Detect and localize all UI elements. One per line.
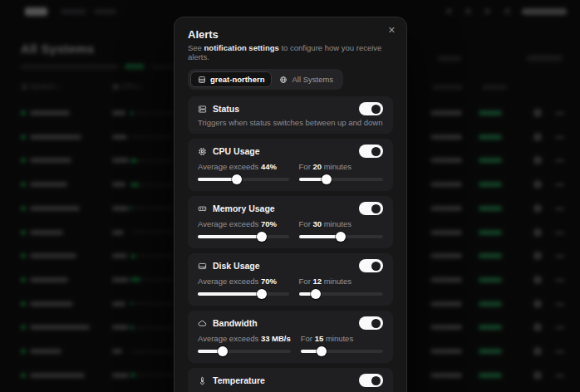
- disk-icon: [198, 262, 207, 271]
- duration-label: For 20 minutes: [299, 162, 383, 171]
- status-toggle[interactable]: [359, 102, 383, 115]
- toggle-knob: [371, 376, 381, 385]
- toggle-knob: [371, 262, 381, 271]
- slider-handle[interactable]: [322, 174, 332, 184]
- modal-title: Alerts: [188, 28, 393, 41]
- slider-handle[interactable]: [336, 232, 346, 242]
- slider-handle[interactable]: [311, 289, 321, 299]
- scope-tabs: great-northern All Systems: [188, 69, 343, 90]
- cloud-icon: [198, 319, 207, 328]
- alert-card-disk: Disk Usage Average exceeds 70% For 12 mi…: [188, 253, 393, 306]
- toggle-knob: [371, 204, 381, 213]
- modal-subtitle: See notification settings to configure h…: [188, 43, 393, 61]
- disk-toggle[interactable]: [359, 259, 383, 272]
- disk-duration-slider[interactable]: [299, 288, 383, 299]
- close-icon[interactable]: ✕: [388, 26, 396, 35]
- server-icon: [198, 76, 206, 84]
- disk-threshold-slider[interactable]: [198, 288, 289, 299]
- alert-title: Memory Usage: [213, 203, 275, 213]
- tab-label: great-northern: [210, 75, 264, 84]
- slider-handle[interactable]: [317, 346, 327, 356]
- toggle-knob: [371, 319, 381, 328]
- duration-label: For 12 minutes: [299, 277, 383, 286]
- alert-title: Disk Usage: [213, 261, 260, 271]
- memory-threshold-slider[interactable]: [198, 231, 289, 242]
- alert-title: Status: [213, 104, 239, 114]
- thermometer-icon: [198, 376, 207, 385]
- threshold-label: Average exceeds 44%: [198, 162, 289, 171]
- duration-label: For 15 minutes: [301, 334, 383, 343]
- tab-great-northern[interactable]: great-northern: [190, 71, 272, 87]
- alert-card-status: Status Triggers when status switches bet…: [188, 96, 393, 134]
- server-stack-icon: [198, 105, 207, 114]
- alert-card-cpu: CPU Usage Average exceeds 44% For 20 min…: [188, 139, 393, 191]
- alert-card-memory: Memory Usage Average exceeds 70% For 30 …: [188, 196, 393, 248]
- bandwidth-toggle[interactable]: [359, 316, 383, 330]
- memory-duration-slider[interactable]: [299, 231, 383, 242]
- slider-handle[interactable]: [257, 289, 267, 299]
- app-window: All Systems ▤ System ↕ ▣ CPU ↕ ✕ Alerts …: [0, 0, 580, 392]
- slider-handle[interactable]: [218, 346, 228, 356]
- subtitle-text: See: [188, 43, 204, 52]
- bandwidth-threshold-slider[interactable]: [198, 345, 291, 356]
- cpu-icon: [198, 147, 207, 156]
- slider-handle[interactable]: [232, 174, 242, 184]
- threshold-label: Average exceeds 70%: [198, 277, 289, 286]
- alert-title: CPU Usage: [213, 146, 260, 156]
- cpu-toggle[interactable]: [359, 145, 383, 158]
- duration-label: For 30 minutes: [299, 219, 383, 228]
- bandwidth-duration-slider[interactable]: [301, 345, 383, 356]
- alert-title: Bandwidth: [213, 318, 258, 328]
- cpu-threshold-slider[interactable]: [198, 174, 289, 184]
- memory-toggle[interactable]: [359, 202, 383, 215]
- alert-card-temperature: Temperature Average exceeds 65°C For 29 …: [188, 368, 393, 392]
- alert-description: Triggers when status switches between up…: [198, 118, 383, 127]
- threshold-label: Average exceeds 70%: [198, 219, 289, 228]
- alerts-modal: ✕ Alerts See notification settings to co…: [174, 17, 407, 392]
- toggle-knob: [371, 105, 381, 114]
- alert-card-bandwidth: Bandwidth Average exceeds 33 MB/s For 15…: [188, 311, 393, 363]
- tab-all-systems[interactable]: All Systems: [272, 71, 341, 87]
- memory-icon: [198, 204, 207, 213]
- globe-icon: [279, 76, 288, 84]
- threshold-label: Average exceeds 33 MB/s: [198, 334, 291, 343]
- notification-settings-link[interactable]: notification settings: [204, 43, 279, 52]
- cpu-duration-slider[interactable]: [299, 174, 383, 184]
- slider-handle[interactable]: [257, 232, 267, 242]
- alert-title: Temperature: [213, 375, 265, 385]
- temperature-toggle[interactable]: [359, 374, 383, 387]
- tab-label: All Systems: [292, 75, 333, 84]
- toggle-knob: [371, 147, 381, 156]
